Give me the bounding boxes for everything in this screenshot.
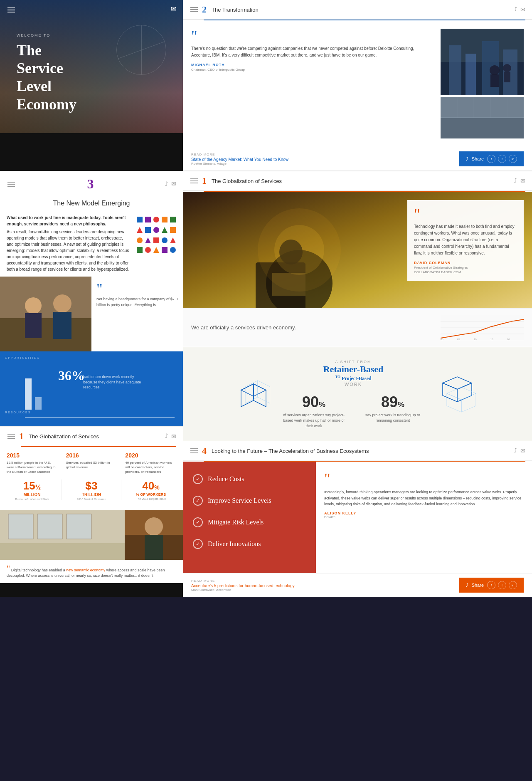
future-item-4: ✓ Deliver Innovations [193,539,306,549]
svg-rect-45 [0,543,125,560]
future-logo-icon: ✉ [520,447,525,455]
future-item-3-label: Mitigate Risk Levels [208,519,264,526]
new-model-bold-text: What used to work just fine is inadequat… [7,215,131,227]
new-model-quote-right: " Not having a headquarters for a compan… [91,277,183,351]
new-model-quote-text: Not having a headquarters for a company … [96,297,178,308]
future-share-circle-3[interactable]: in [509,581,517,589]
future-read-more-link[interactable]: Accenture's 5 predictions for human-focu… [191,583,295,588]
menu-icon[interactable] [7,7,16,13]
glob-share-icon[interactable]: ⤴ [165,433,168,440]
read-more-label: READ MORE [191,153,288,156]
big-stats-row: 15½ MILLION Bureau of Labor and Stats $3… [7,479,176,501]
svg-rect-7 [490,74,499,87]
svg-rect-23 [145,227,151,233]
svg-rect-29 [153,237,159,243]
svg-marker-34 [153,247,159,253]
future-share-icon[interactable]: ⤴ [514,447,517,454]
new-model-header-icons: ⤴ ✉ [165,180,176,188]
svg-marker-25 [162,227,167,233]
transformation-read-more-bar: READ MORE State of the Agency Market: Wh… [183,147,532,171]
svg-rect-20 [162,217,167,222]
future-share-circle-2[interactable]: t [498,581,506,589]
shift-label: A SHIFT FROM [283,360,424,364]
transformation-menu-icon[interactable] [190,6,199,13]
future-header: 4 Looking to the Future – The Accelerati… [183,441,532,461]
svg-text:20: 20 [507,338,510,340]
svg-text:00: 00 [441,338,443,340]
future-author: ALISON KELLY [324,511,524,515]
logo-icon: ✉ [171,5,176,13]
share-button[interactable]: ⤴ Share f t in [459,151,524,166]
glob-menu-icon[interactable] [7,433,16,440]
quote-mark-open: " [191,29,432,44]
share-icon[interactable]: ⤴ [514,6,517,13]
future-share-circle-1[interactable]: f [487,581,495,589]
future-read-more-source: Mark Oathwaite, Accenture [191,588,295,592]
svg-point-6 [490,65,500,75]
future-item-2: ✓ Improve Service Levels [193,496,306,506]
future-menu-icon[interactable] [190,447,199,454]
glob-right-author: DAVID COLEMAN [414,261,517,265]
year-columns: 2015 15.5 million people in the U.S. wer… [7,452,176,475]
glob-section-title: The Globalization of Services [29,433,162,440]
stat-divider-1 [62,479,62,500]
transformation-image-block [441,29,524,138]
glob-left-content: 2015 15.5 million people in the U.S. wer… [0,447,183,510]
svg-point-19 [153,217,159,222]
transformation-quote-block: " There's no question that we're competi… [191,29,441,138]
future-content: ✓ Reduce Costs ✓ Improve Service Levels … [183,462,532,573]
new-model-body-text: As a result, forward-thinking services l… [7,229,131,272]
future-share-button[interactable]: ⤴ Share f t in [459,578,524,593]
share-circle-3[interactable]: in [509,155,517,163]
future-check-2: ✓ [193,496,203,506]
new-model-share-icon[interactable]: ⤴ [165,181,168,188]
new-model-menu-icon[interactable] [7,181,16,188]
future-quote-mark: " [324,470,524,487]
glob-header-icons: ⤴ ✉ [165,433,176,440]
glob-right-quote-mark: " [414,207,517,222]
services-stat-text: We are officially a services-driven econ… [191,324,432,331]
stat-90-label: of services organizations say project-ba… [283,413,345,428]
transformation-office-svg [441,97,524,138]
svg-marker-73 [245,381,258,403]
glob-right-image: " Technology has made it easier to both … [183,192,532,308]
glob-left-header: 1 The Globalization of Services ⤴ ✉ [0,427,183,446]
future-author-title: Deloitte [324,515,524,519]
svg-rect-21 [170,217,176,222]
svg-rect-40 [25,313,42,338]
new-model-shapes [135,215,176,272]
hero-title: The Service Level Economy [17,42,76,114]
future-item-3: ✓ Mitigate Risk Levels [193,517,306,527]
retainer-to: TO Project-Based [283,375,424,382]
new-model-center: 3 [16,176,165,192]
svg-rect-9 [504,72,510,82]
year-col-2020: 2020 40 percent of American workers will… [125,452,176,475]
svg-marker-75 [443,377,472,389]
future-item-1: ✓ Reduce Costs [193,474,306,484]
svg-rect-32 [137,247,143,253]
svg-rect-18 [145,217,151,222]
read-more-link[interactable]: State of the Agency Market: What You Nee… [191,157,288,162]
transformation-panel: 2 The Transformation ⤴ ✉ " There's no qu… [183,0,532,171]
glob-quote-link[interactable]: new semantic economy [66,568,105,572]
stat-15m-source: Bureau of Labor and Stats [7,498,57,501]
glob-right-num: 1 [202,175,207,186]
year-col-2015: 2015 15.5 million people in the U.S. wer… [7,452,58,475]
transformation-author-title: Chairman, CEO of Interpublic Group [191,68,432,72]
svg-text:05: 05 [457,338,460,340]
services-stat-bar: We are officially a services-driven econ… [183,308,532,347]
new-model-image-left [0,277,91,351]
svg-marker-22 [137,227,143,233]
glob-quote-footer: " Digital technology has enabled a new s… [0,560,183,583]
year-col-2016: 2016 Services equalled $3 trillion in gl… [66,452,117,475]
svg-rect-35 [162,247,167,253]
glob-right-menu-icon[interactable] [190,178,199,184]
right-col-2: 1 The Globalization of Services ⤴ ✉ [183,171,532,597]
box-3d-left-svg [237,378,270,409]
glob-portrait-svg [125,510,183,560]
share-circle-2[interactable]: t [498,155,506,163]
glob-right-share-icon[interactable]: ⤴ [514,178,517,184]
stat-bars [25,376,42,410]
share-circle-1[interactable]: f [487,155,495,163]
svg-point-51 [145,517,163,536]
